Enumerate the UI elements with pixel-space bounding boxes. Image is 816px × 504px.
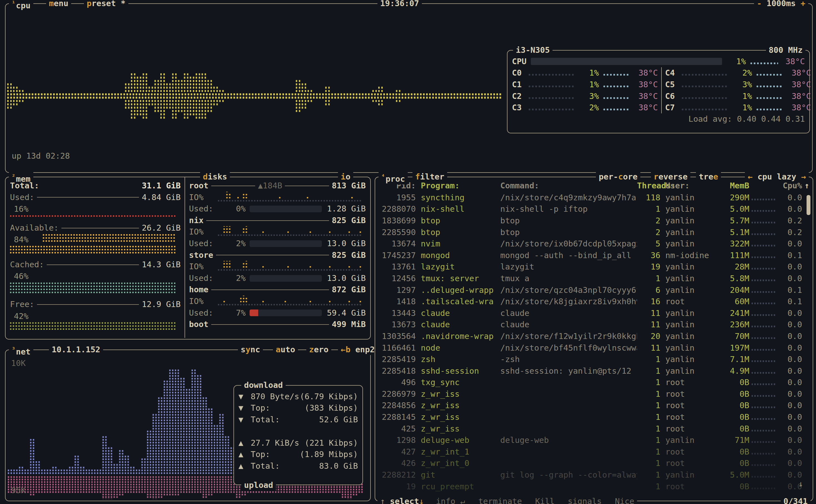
table-row[interactable]: 2285419 zsh -zsh 1 yanlin 7.1M 0.0 [375,353,813,365]
table-row[interactable]: 13673 claude claude 11 yanlin 236M 0.0 [375,319,813,331]
auto-button[interactable]: auto [273,344,298,355]
table-row[interactable]: 1955 syncthing /nix/store/c4q9zmkzy9awy7… [375,192,813,203]
selection-count: 0/341 [781,496,810,504]
process-mem: 5.8M [720,274,749,283]
table-row[interactable]: 496 txg_sync 1 root 0B 0.0 [375,377,813,388]
table-row[interactable]: 2286979 z_wr_iss 1 root 0B 0.0 [375,388,813,400]
table-row[interactable]: 13761 lazygit lazygit 19 yanlin 28M 0.0 [375,261,813,273]
menu-button[interactable]: menu [46,0,71,9]
network-panel-title[interactable]: ³net [9,344,33,357]
process-pid: 1166461 [379,343,416,353]
table-row[interactable]: 1298 deluge-web deluge-web 1 yanlin 71M … [375,434,813,446]
tree-button[interactable]: tree [696,171,721,182]
cpu-core-row: C4 2% 38°C [665,67,811,79]
table-row[interactable]: 1418 .tailscaled-wra /nix/store/k8jgiaxr… [375,296,813,307]
kill-button[interactable]: Kill [535,496,554,504]
signals-button[interactable]: signals [568,496,602,504]
core-name: C7 [665,103,682,112]
preset-button[interactable]: preset * [84,0,128,9]
per-core-button[interactable]: per-core [596,171,640,182]
disk-io-graph [218,226,362,237]
table-row[interactable]: 2288212 git git log --graph --color=alwa… [375,469,813,481]
column-user[interactable]: User: [660,181,720,190]
disk-io-graph [218,261,362,272]
process-name: z_wr_iss [416,401,500,410]
disk-used-label: Used: [189,307,226,319]
table-row[interactable]: 19 rcu_preempt 1 root 0B 0.0 [375,481,813,492]
process-threads: 36 [637,251,660,260]
cpu-detail-panel: i3-N305 800 MHz CPU 1% 38°C C0 1% 38°C C… [507,50,810,133]
mem-field-value: 26.2 GiB [142,222,181,234]
cpu-panel-title[interactable]: ¹cpu [9,0,33,11]
table-row[interactable]: 1303564 .navidrome-wrap /nix/store/f12w1… [375,330,813,342]
process-cpu: 0.0 [778,470,802,480]
table-row[interactable]: 2285590 btop btop 2 yanlin 5.1M 0.2 [375,226,813,238]
filter-button[interactable]: filter [412,171,447,182]
interval-increase-button[interactable]: + [801,0,805,8]
table-row[interactable]: 2285418 sshd-session sshd-session: yanli… [375,365,813,377]
process-mem: 236M [720,320,749,329]
table-row[interactable]: 1838699 btop btop 2 yanlin 5.7M 0.2 [375,215,813,226]
mem-graph [10,245,177,256]
sort-prev-button[interactable]: ← [748,172,752,181]
scrollbar-thumb[interactable] [807,195,810,215]
info-button[interactable]: info ↵ [436,496,465,504]
core-temp: 38°C [632,103,658,112]
mem-total-label: Total: [10,180,39,192]
process-threads: 11 [637,343,660,353]
process-mem-meter [752,268,776,270]
process-mem-meter [752,233,776,235]
select-up-icon[interactable]: ↑ [380,496,385,504]
direction-arrow-icon: ▲ [238,438,251,448]
zero-button[interactable]: zero [306,344,331,355]
process-pid: 2286979 [379,389,416,399]
process-name: z_wr_iss [416,389,500,399]
process-name: nix-shell [416,204,500,214]
cpu-panel-hotkey: ¹ [12,0,15,7]
mem-field-percent: 46% [10,271,43,281]
table-row[interactable]: 1166461 node /nix/store/bf45nflf0wylnscw… [375,342,813,354]
column-threads[interactable]: Threads: [637,181,660,190]
sort-next-button[interactable]: → [801,172,806,181]
process-command: btop [500,228,637,237]
process-cpu: 0.0 [778,366,802,376]
process-user: yanlin [660,470,720,480]
table-row[interactable]: 2288070 nix-shell nix-shell -p iftop 1 y… [375,203,813,215]
table-row[interactable]: 425 z_wr_iss 1 root 0B 0.0 [375,423,813,435]
column-mem[interactable]: MemB [720,181,749,190]
column-command[interactable]: Command: [500,181,637,190]
core-temp: 38°C [785,68,811,78]
process-mem: 0B [720,458,749,468]
disk-name: nix [189,215,203,226]
table-row[interactable]: 1297 ..deluged-wrapp /nix/store/qzc04a3n… [375,284,813,296]
table-row[interactable]: 13674 nvim /nix/store/ix0b67dcdpl05xpagx… [375,238,813,249]
prev-interface-button[interactable]: ←b [341,345,350,354]
table-row[interactable]: 426 z_wr_int_0 1 root 0B 0.0 [375,458,813,469]
process-cpu: 0.0 [778,401,802,410]
cpu-core-row: C2 3% 38°C [512,90,658,102]
interval-decrease-button[interactable]: - [757,0,762,8]
select-label[interactable]: select [390,496,419,504]
table-row[interactable]: 1745237 mongod mongod --auth --bind_ip_a… [375,249,813,261]
table-row[interactable]: 13443 claude claude 11 yanlin 241M 0.0 [375,307,813,319]
process-mem: 322M [720,239,749,248]
column-cpu[interactable]: Cpu% [778,181,802,190]
table-row[interactable]: 2284856 z_wr_iss 1 root 0B 0.0 [375,400,813,411]
process-panel-title[interactable]: ⁴proc [379,171,408,184]
process-pid: 426 [379,458,416,468]
nice-button[interactable]: Nice [615,496,634,504]
table-row[interactable]: 2288145 z_wr_iss 1 root 0B 0.0 [375,411,813,423]
reverse-button[interactable]: reverse [651,171,690,182]
select-down-icon[interactable]: ↓ [419,496,424,504]
terminate-button[interactable]: terminate [478,496,522,504]
disk-item: root ▲184B 813 GiB IO% Used: 0% 1.28 GiB [189,180,366,215]
sync-button[interactable]: sync [238,344,263,355]
scroll-down-icon[interactable]: ↓ [798,479,803,488]
mem-field: Cached: 14.3 GiB 46% [10,259,181,295]
scroll-up-icon[interactable]: ↑ [802,181,809,190]
table-row[interactable]: 427 z_wr_int_1 1 root 0B 0.0 [375,446,813,458]
process-pid: 2284856 [379,401,416,410]
table-row[interactable]: 12456 tmux: server tmux a 1 yanlin 5.8M … [375,273,813,284]
net-stat-value: (383 Kibps) [305,403,358,413]
column-program[interactable]: Program: [416,181,500,190]
